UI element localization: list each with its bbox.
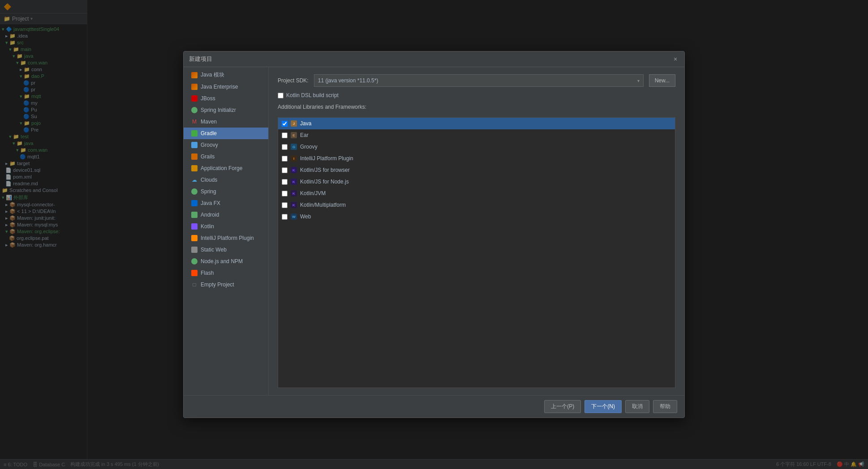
framework-label: Kotlin/JS for Node.js <box>300 179 349 185</box>
framework-item-groovy[interactable]: G Groovy <box>278 141 675 153</box>
framework-item-ear[interactable]: E Ear <box>278 129 675 141</box>
sidebar-item-static-web[interactable]: Static Web <box>184 244 268 256</box>
framework-checkbox-intellij[interactable] <box>282 156 288 162</box>
dialog-right-content: Project SDK: 11 (java version *11.0.5*) … <box>269 67 684 395</box>
sidebar-item-spring[interactable]: Spring <box>184 186 268 197</box>
help-button[interactable]: 帮助 <box>653 400 677 413</box>
sidebar-item-label: Groovy <box>201 142 218 148</box>
sidebar-item-label: Node.js and NPM <box>201 258 243 264</box>
groovy-fw-icon: G <box>290 143 297 150</box>
kotlinjvm-fw-icon: K <box>290 190 297 197</box>
gradle-icon <box>191 130 198 137</box>
framework-item-kotlin-jvm[interactable]: K Kotlin/JVM <box>278 188 675 199</box>
sidebar-item-javafx[interactable]: Java FX <box>184 197 268 209</box>
dialog-sidebar: Java 模块 Java Enterprise JBoss <box>184 67 269 395</box>
sidebar-item-intellij-plugin[interactable]: IntelliJ Platform Plugin <box>184 232 268 244</box>
sidebar-item-jboss[interactable]: JBoss <box>184 93 268 104</box>
clouds-icon: ☁ <box>191 176 198 183</box>
grails-icon <box>191 153 198 160</box>
framework-label: Groovy <box>300 144 318 150</box>
framework-checkbox-ear[interactable] <box>282 132 288 138</box>
sidebar-item-flash[interactable]: Flash <box>184 267 268 279</box>
framework-checkbox-kotlin-nodejs[interactable] <box>282 179 288 185</box>
kotlin-dsl-row: Kotlin DSL build script <box>278 92 675 98</box>
framework-checkbox-groovy[interactable] <box>282 144 288 150</box>
sidebar-item-label: Java Enterprise <box>201 84 238 90</box>
jee-icon <box>191 83 198 90</box>
kotlin-icon <box>191 223 198 230</box>
sidebar-item-label: IntelliJ Platform Plugin <box>201 235 254 241</box>
sidebar-item-label: Spring Initializr <box>201 107 236 113</box>
framework-item-java[interactable]: J Java <box>278 118 675 129</box>
sdk-value: 11 (java version *11.0.5*) <box>318 77 378 84</box>
sidebar-item-label: Java 模块 <box>201 71 224 79</box>
sidebar-item-spring-initializer[interactable]: Spring Initializr <box>184 104 268 116</box>
framework-item-kotlin-nodejs[interactable]: K Kotlin/JS for Node.js <box>278 176 675 188</box>
sdk-chevron-icon: ▾ <box>637 78 640 83</box>
framework-checkbox-java[interactable] <box>282 121 288 127</box>
springf-icon <box>191 188 198 195</box>
appforge-icon <box>191 165 198 172</box>
framework-item-web[interactable]: W Web <box>278 211 675 222</box>
nodejs-icon <box>191 258 198 265</box>
modal-overlay: 新建项目 × Java 模块 Java Enterprise <box>0 0 868 469</box>
sidebar-item-kotlin[interactable]: Kotlin <box>184 221 268 232</box>
framework-label: Kotlin/Multiplatform <box>300 202 346 208</box>
frameworks-list: J Java E Ear <box>278 117 675 388</box>
next-button[interactable]: 下一个(N) <box>584 400 622 413</box>
dialog-footer: 上一个(P) 下一个(N) 取消 帮助 <box>184 395 684 418</box>
sdk-label: Project SDK: <box>278 77 309 84</box>
empty-icon: □ <box>191 281 198 288</box>
framework-item-intellij-plugin[interactable]: I IntelliJ Platform Plugin <box>278 153 675 164</box>
prev-button[interactable]: 上一个(P) <box>544 400 581 413</box>
flash-icon <box>191 269 198 277</box>
sdk-row: Project SDK: 11 (java version *11.0.5*) … <box>278 74 675 87</box>
sidebar-item-empty-project[interactable]: □ Empty Project <box>184 279 268 290</box>
sdk-new-button[interactable]: New... <box>649 74 675 87</box>
sidebar-item-label: Java FX <box>201 200 220 206</box>
kotlin-dsl-label: Kotlin DSL build script <box>286 92 339 98</box>
sidebar-item-clouds[interactable]: ☁ Clouds <box>184 174 268 186</box>
framework-checkbox-kotlin-jvm[interactable] <box>282 191 288 196</box>
framework-checkbox-web[interactable] <box>282 214 288 220</box>
sidebar-item-label: Grails <box>201 153 215 160</box>
kotlinm-fw-icon: K <box>290 201 297 209</box>
framework-checkbox-kotlin-browser[interactable] <box>282 167 288 173</box>
sidebar-item-label: Spring <box>201 188 216 195</box>
sidebar-item-java-enterprise[interactable]: Java Enterprise <box>184 81 268 93</box>
sidebar-item-grails[interactable]: Grails <box>184 151 268 162</box>
framework-item-kotlin-browser[interactable]: K Kotlin/JS for browser <box>278 164 675 176</box>
cancel-button[interactable]: 取消 <box>625 400 649 413</box>
sidebar-item-label: Maven <box>201 119 217 125</box>
sidebar-item-groovy[interactable]: Groovy <box>184 139 268 151</box>
dialog-close-button[interactable]: × <box>672 55 679 63</box>
sidebar-item-android[interactable]: Android <box>184 209 268 221</box>
sidebar-item-nodejs-npm[interactable]: Node.js and NPM <box>184 256 268 267</box>
framework-label: IntelliJ Platform Plugin <box>300 155 353 162</box>
sidebar-item-application-forge[interactable]: Application Forge <box>184 162 268 174</box>
sdk-dropdown[interactable]: 11 (java version *11.0.5*) ▾ <box>314 74 644 87</box>
sidebar-item-gradle[interactable]: Gradle <box>184 128 268 139</box>
dialog-title: 新建项目 <box>189 55 212 63</box>
kotlin-fw-icon: K <box>290 166 297 174</box>
sidebar-item-label: Clouds <box>201 177 217 183</box>
ide-background: 🔶 📁 Project ▾ ▾ 🔷 javamqtttestSingle04 ▸… <box>0 0 868 469</box>
spring-icon <box>191 107 198 114</box>
new-project-dialog: 新建项目 × Java 模块 Java Enterprise <box>183 51 685 418</box>
framework-label: Java <box>300 120 311 127</box>
sidebar-item-label: JBoss <box>201 95 215 102</box>
framework-checkbox-kotlin-multi[interactable] <box>282 202 288 208</box>
sidebar-item-label: Empty Project <box>201 281 234 288</box>
sidebar-item-label: Application Forge <box>201 165 242 171</box>
sidebar-item-label: Android <box>201 212 219 218</box>
maven-icon: M <box>191 118 198 125</box>
kotlin-fw-icon2: K <box>290 178 297 185</box>
sidebar-item-maven[interactable]: M Maven <box>184 116 268 128</box>
kotlin-dsl-checkbox[interactable] <box>278 93 284 98</box>
android-icon <box>191 211 198 218</box>
sidebar-item-java-module[interactable]: Java 模块 <box>184 69 268 81</box>
framework-item-kotlin-multi[interactable]: K Kotlin/Multiplatform <box>278 199 675 211</box>
intellij-fw-icon: I <box>290 155 297 162</box>
sidebar-item-label: Static Web <box>201 247 227 253</box>
static-icon <box>191 246 198 253</box>
